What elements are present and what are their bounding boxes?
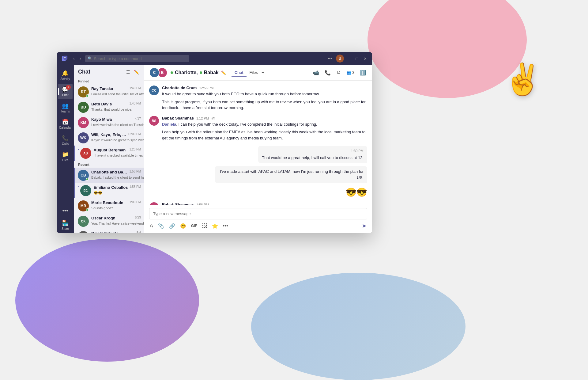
chat-item-marie[interactable]: MB Marie Beaudouin 1:00 PM Sounds good?	[74, 198, 144, 214]
title-bar: T ‹ › 🔍 ••• U – □ ✕	[57, 52, 372, 65]
chat-item-name: Ray Tanaka	[91, 86, 113, 91]
store-icon: 🏪	[62, 220, 69, 226]
chat-header-tabs: Chat Files +	[232, 69, 265, 77]
sidebar-item-label-teams: Teams	[61, 110, 70, 113]
chat-item-preview: Babak: I asked the client to send her fe…	[91, 176, 144, 179]
new-chat-button[interactable]: ✏️	[133, 69, 140, 75]
chat-item-time: 1:58 PM	[130, 170, 141, 174]
peace-emoji: ✌️	[504, 61, 542, 97]
avatar-daichi: DF	[78, 231, 89, 233]
chat-item-charlotte-babak[interactable]: CB Charlotte and Babak 1:58 PM Babak: I …	[74, 168, 144, 183]
sidebar-item-more[interactable]: •••	[58, 205, 73, 217]
compose-input[interactable]	[149, 208, 367, 219]
chat-header-name: Charlotte, Babak ✏️	[171, 70, 227, 76]
message-text-2: I can help you with the rollout plan for…	[162, 129, 367, 141]
chat-items: Pinned RT Ray Tanaka 1:40 PM Louisa will…	[74, 78, 144, 233]
chat-item-name: Oscar Krogh	[91, 216, 115, 220]
decorative-blob-blue	[251, 273, 466, 380]
gif-button[interactable]: GIF	[190, 223, 198, 229]
format-button[interactable]: A	[149, 222, 154, 229]
edit-name-button[interactable]: ✏️	[221, 70, 227, 76]
chat-list-title: Chat	[78, 69, 90, 75]
tab-files[interactable]: Files	[247, 69, 261, 77]
avatar-charlotte-babak: CB	[78, 170, 89, 181]
online-indicator	[86, 94, 89, 97]
chat-item-time: 1:55 PM	[130, 185, 141, 190]
maximize-button[interactable]: □	[354, 56, 360, 62]
chat-item-august-bergman[interactable]: • AB August Bergman 1:20 PM I haven't ch…	[74, 146, 144, 161]
chat-list-panel: Chat ☰ ✏️ Pinned RT Ray Tanaka	[74, 65, 144, 233]
chat-item-name: Beth Davis	[91, 102, 112, 106]
chat-item-oscar[interactable]: OK Oscar Krogh 6/23 You: Thanks! Have a …	[74, 214, 144, 229]
search-input[interactable]	[85, 55, 189, 62]
sidebar-item-store[interactable]: 🏪 Store	[58, 217, 73, 233]
avatar-august-bergman: AB	[80, 148, 91, 159]
video-call-button[interactable]: 📹	[312, 69, 320, 77]
back-button[interactable]: ‹	[71, 55, 77, 62]
link-button[interactable]: 🔗	[168, 222, 176, 230]
message-sender: Babak Shammas	[162, 202, 194, 205]
message-time: 12:56 PM	[199, 86, 213, 90]
chat-badge: 1	[66, 85, 71, 90]
message-avatar-babak: BS	[149, 116, 159, 126]
teams-icon: 👥	[62, 102, 69, 109]
send-button[interactable]: ➤	[361, 222, 367, 230]
chat-item-will-kayo[interactable]: WK Will, Kayo, Eric, +2 12:00 PM Kayo: I…	[74, 130, 144, 146]
add-tab-button[interactable]: +	[261, 69, 265, 77]
main-content: 🔔 Activity 💬 1 Chat 👥 Teams 📅 Calendar 📞…	[57, 65, 372, 233]
header-avatar-charlotte: C	[149, 67, 160, 78]
sidebar-item-chat[interactable]: 💬 1 Chat	[58, 84, 73, 99]
sidebar-item-calls[interactable]: 📞 Calls	[58, 132, 73, 148]
tab-chat[interactable]: Chat	[232, 69, 247, 77]
sidebar-item-teams[interactable]: 👥 Teams	[58, 100, 73, 116]
message-bubble-self-2: I've made a start with APAC and LATAM, n…	[215, 166, 367, 183]
sticker-button[interactable]: 🖼	[202, 222, 208, 229]
chat-item-time: 4/17	[135, 117, 141, 122]
sidebar-item-files[interactable]: 📁 Files	[58, 149, 73, 164]
close-button[interactable]: ✕	[362, 56, 368, 62]
calls-icon: 📞	[62, 135, 69, 142]
filter-button[interactable]: ☰	[126, 69, 131, 75]
audio-call-button[interactable]: 📞	[323, 69, 332, 77]
chat-item-ray-tanaka[interactable]: RT Ray Tanaka 1:40 PM Louisa will send t…	[74, 84, 144, 100]
chat-info-button[interactable]: ℹ️	[359, 69, 367, 77]
attach-button[interactable]: 📎	[157, 222, 165, 230]
minimize-button[interactable]: –	[346, 56, 352, 62]
chat-item-preview: 😎😎	[94, 191, 102, 195]
more-options-compose[interactable]: •••	[222, 222, 229, 229]
chat-item-time: 1:40 PM	[130, 86, 141, 91]
chat-item-daichi[interactable]: DF Daichi Fukuda 5/4 No, I think there a…	[74, 229, 144, 233]
more-options-button[interactable]: •••	[326, 56, 334, 62]
chat-item-info: Daichi Fukuda 5/4 No, I think there are …	[91, 231, 141, 233]
sidebar-item-activity[interactable]: 🔔 Activity	[58, 67, 73, 83]
emoji-button[interactable]: 😊	[179, 222, 187, 230]
chat-item-time: 6/23	[135, 216, 141, 220]
title-bar-actions: ••• U – □ ✕	[326, 55, 368, 63]
message-sender: Babak Shammas	[162, 116, 194, 120]
message-content: Babak Shammas 1:12 PM @ Daniela, I can h…	[162, 116, 367, 141]
chat-item-time: 1:20 PM	[130, 148, 141, 152]
chat-item-name: Will, Kayo, Eric, +2	[91, 132, 126, 137]
forward-button[interactable]: ›	[78, 55, 83, 62]
message-group-babak-2: BS Babak Shammas 1:58 PM That's great. I…	[149, 202, 367, 205]
user-avatar[interactable]: U	[336, 55, 344, 63]
praise-button[interactable]: ⭐	[211, 222, 219, 230]
sidebar-item-calendar[interactable]: 📅 Calendar	[58, 116, 73, 132]
avatar-ray-tanaka: RT	[78, 86, 89, 97]
screenshare-button[interactable]: 🖥	[335, 69, 342, 77]
chat-item-info: Marie Beaudouin 1:00 PM Sounds good?	[91, 200, 141, 211]
search-icon: 🔍	[88, 56, 92, 61]
files-icon: 📁	[62, 151, 69, 158]
chat-item-name: Kayo Miwa	[91, 117, 112, 122]
chat-item-kayo-miwa[interactable]: KM Kayo Miwa 4/17 I reviewed with the cl…	[74, 115, 144, 130]
online-indicator	[86, 178, 89, 181]
avatar-marie: MB	[78, 200, 89, 211]
message-meta: Charlotte de Crum 12:56 PM	[162, 86, 367, 90]
chat-item-emiliano[interactable]: • EC Emiliano Ceballos 1:55 PM 😎😎	[74, 183, 144, 198]
chat-item-beth-davis[interactable]: BD Beth Davis 1:43 PM Thanks, that would…	[74, 100, 144, 115]
message-avatar-babak-2: BS	[149, 202, 159, 205]
participants-button[interactable]: 👥 3	[345, 69, 356, 76]
chat-item-name: Emiliano Ceballos	[94, 185, 128, 190]
chat-item-time: 12:00 PM	[128, 132, 141, 137]
messages-area: CC Charlotte de Crum 12:56 PM It would b…	[144, 81, 372, 205]
